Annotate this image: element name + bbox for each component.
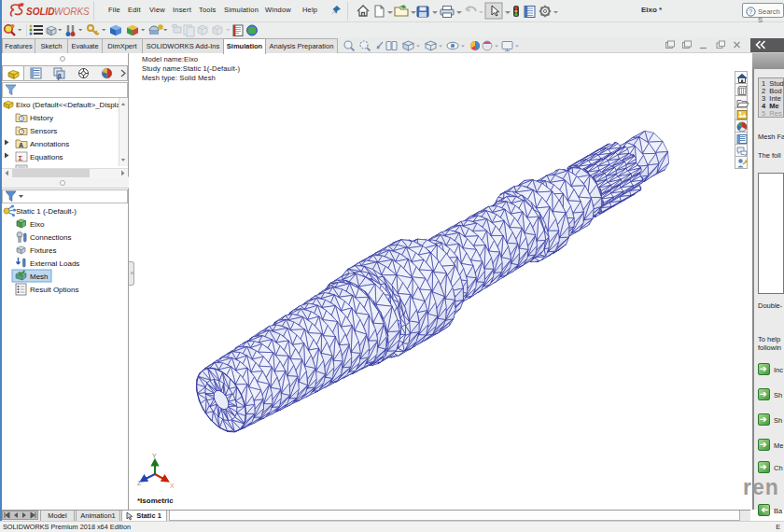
svg-text:SOLID: SOLID	[26, 7, 55, 17]
svg-text:History: History	[30, 114, 53, 122]
svg-text:β: β	[58, 73, 63, 80]
svg-text:Connections: Connections	[30, 233, 71, 242]
svg-text:A: A	[19, 142, 23, 148]
svg-text:Equations: Equations	[30, 153, 63, 161]
svg-text:WORKS: WORKS	[54, 7, 90, 17]
svg-text:Eixo (Default<<Default>_Displ: Eixo (Default<<Default>_Display	[16, 101, 124, 109]
svg-text:X: X	[170, 483, 175, 489]
svg-text:Annotations: Annotations	[30, 140, 69, 148]
svg-text:?: ?	[749, 7, 752, 16]
svg-text:External Loads: External Loads	[30, 259, 79, 268]
svg-text:Fixtures: Fixtures	[30, 246, 56, 255]
svg-text:Result Options: Result Options	[30, 286, 78, 294]
svg-text:Σ: Σ	[19, 154, 23, 162]
svg-text:Mesh: Mesh	[30, 273, 49, 281]
svg-text:Sensors: Sensors	[30, 127, 57, 135]
svg-text:Static 1 (-Default-): Static 1 (-Default-)	[16, 207, 77, 216]
svg-text:Y: Y	[152, 453, 157, 459]
svg-text:Z: Z	[137, 480, 142, 486]
svg-text:Eixo: Eixo	[30, 220, 45, 229]
